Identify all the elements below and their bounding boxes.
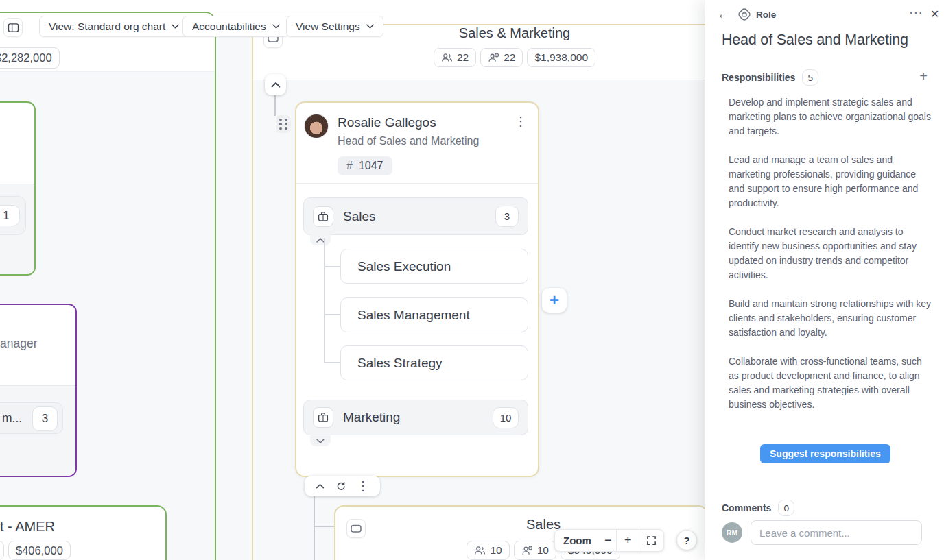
subdepartment-collapse-button[interactable] — [346, 519, 366, 538]
fullscreen-button[interactable] — [639, 530, 663, 551]
hash-icon: # — [346, 160, 353, 172]
responsibilities-count-badge: 5 — [802, 69, 818, 86]
connector-line — [274, 95, 276, 116]
sub-function-sales-strategy[interactable]: Sales Strategy — [340, 345, 528, 380]
zoom-label: Zoom — [555, 535, 600, 546]
chevron-down-icon — [366, 24, 374, 29]
role-id-badge: # 1047 — [338, 156, 392, 175]
function-count-badge: 3 — [495, 206, 519, 227]
comments-count-badge: 0 — [778, 500, 794, 516]
function-count-badge: 10 — [493, 407, 519, 428]
help-button[interactable]: ? — [676, 530, 697, 550]
department-title: Sales & Marketing — [384, 25, 645, 41]
department-title-fragment: t - AMER — [0, 519, 55, 535]
question-icon: ? — [683, 535, 689, 546]
function-pill-marketing[interactable]: Marketing 10 — [303, 400, 528, 435]
collapse-up-icon[interactable] — [316, 483, 324, 489]
add-responsibility-button[interactable]: + — [919, 69, 928, 84]
responsibilities-label: Responsibilities — [722, 72, 795, 83]
panel-menu-button[interactable]: ⋯ — [909, 4, 923, 21]
drag-handle[interactable] — [276, 115, 291, 133]
person-name: Rosalie Gallegos — [338, 115, 436, 130]
department-stats: 22 22 $1,938,000 — [384, 48, 645, 67]
zoom-in-button[interactable]: + — [617, 530, 639, 551]
count-value: 5 — [808, 73, 814, 83]
more-actions-icon[interactable]: ⋮ — [357, 480, 369, 492]
back-button[interactable]: ← — [717, 7, 730, 22]
briefcase-iconbox — [313, 206, 333, 227]
green-role-card-body: 1 — [0, 184, 34, 274]
avatar[interactable] — [304, 114, 329, 138]
purple-role-card[interactable]: anager m... 3 — [0, 304, 77, 477]
card-menu-button[interactable]: ⋮ — [515, 115, 527, 127]
collapse-sales-toggle[interactable] — [310, 234, 331, 245]
function-count-badge: 3 — [32, 406, 58, 431]
sub-function-label: Sales Execution — [357, 259, 451, 274]
people-icon — [441, 53, 453, 62]
expand-marketing-toggle[interactable] — [310, 435, 331, 446]
comments-header: Comments 0 — [722, 500, 794, 516]
count-value: 3 — [42, 412, 48, 426]
role-title-fragment: anager — [0, 337, 38, 351]
connector-elbow — [314, 526, 334, 527]
function-label-fragment: m... — [2, 411, 22, 426]
green-role-card[interactable]: 1 — [0, 101, 36, 276]
responsibility-item[interactable]: Collaborate with cross-functional teams,… — [729, 354, 932, 412]
comments-label: Comments — [722, 502, 771, 513]
sidebar-toggle-button[interactable] — [3, 18, 23, 37]
responsibility-item[interactable]: Lead and manage a team of sales and mark… — [729, 153, 932, 210]
view-dropdown-label: View: Standard org chart — [49, 21, 165, 33]
add-node-button[interactable]: + — [542, 288, 567, 313]
view-settings-dropdown[interactable]: View Settings — [286, 16, 384, 37]
roles-count-value: 22 — [504, 51, 515, 64]
responsibilities-header: Responsibilities 5 — [722, 69, 818, 86]
panel-type-label: Role — [756, 10, 776, 20]
comment-input[interactable] — [751, 520, 922, 545]
sub-function-label: Sales Strategy — [357, 356, 442, 371]
green-department-card[interactable] — [0, 12, 216, 560]
chevron-down-icon — [272, 24, 280, 29]
tree-vertical-line — [324, 238, 325, 363]
collapse-parent-button[interactable] — [265, 74, 286, 95]
close-panel-button[interactable]: ✕ — [930, 8, 939, 21]
roles-count-badge: 10 — [514, 541, 556, 560]
purple-role-card-body: m... 3 — [0, 385, 75, 476]
card-action-toolbar: ⋮ — [305, 476, 380, 496]
responsibility-item[interactable]: Build and maintain strong relationships … — [729, 297, 932, 340]
briefcase-icon — [318, 412, 329, 423]
org-chart-canvas[interactable]: $2,282,000 1 anager m... 3 — [0, 0, 705, 560]
panel-title: Head of Sales and Marketing — [722, 32, 936, 49]
refresh-icon[interactable] — [335, 481, 346, 491]
people-icon — [474, 546, 486, 555]
accountabilities-dropdown[interactable]: Accountabilities — [182, 16, 290, 37]
sub-function-sales-execution[interactable]: Sales Execution — [340, 249, 528, 284]
responsibility-item[interactable]: Develop and implement strategic sales an… — [729, 95, 932, 138]
people-count-badge: 22 — [434, 48, 476, 67]
role-card-rosalie-gallegos[interactable]: Rosalie Gallegos ⋮ Head of Sales and Mar… — [295, 101, 539, 477]
chevron-down-icon — [316, 439, 324, 443]
money-badge-value: $406,000 — [16, 544, 63, 557]
count-value: 3 — [504, 210, 510, 222]
responsibilities-list: Develop and implement strategic sales an… — [729, 95, 932, 463]
role-id-value: 1047 — [359, 160, 384, 172]
view-dropdown[interactable]: View: Standard org chart — [39, 16, 189, 37]
sub-function-sales-management[interactable]: Sales Management — [340, 297, 528, 332]
org-design-app: $2,282,000 1 anager m... 3 — [0, 0, 944, 560]
roles-count-badge: 22 — [480, 48, 523, 67]
money-badge: $406,000 — [8, 541, 71, 560]
green-department-card-bottom[interactable]: t - AMER $406,000 — [0, 505, 167, 560]
function-pill-fragment[interactable]: 1 — [0, 196, 26, 235]
function-pill-fragment[interactable]: m... 3 — [0, 402, 63, 434]
zoom-out-button[interactable]: − — [600, 530, 617, 551]
function-label: Marketing — [343, 410, 483, 425]
responsibility-item[interactable]: Conduct market research and analysis to … — [729, 225, 932, 282]
tree-elbow — [325, 266, 340, 267]
suggest-responsibilities-button[interactable]: Suggest responsibilities — [760, 444, 890, 463]
count-value: 1 — [3, 209, 9, 223]
chevron-up-icon — [271, 82, 281, 88]
accountabilities-dropdown-label: Accountabilities — [192, 21, 266, 33]
people-count-badge: 10 — [467, 541, 509, 560]
person-clock-icon — [521, 546, 533, 555]
money-badge-value: $2,282,000 — [0, 51, 52, 64]
function-pill-sales[interactable]: Sales 3 — [303, 197, 528, 235]
